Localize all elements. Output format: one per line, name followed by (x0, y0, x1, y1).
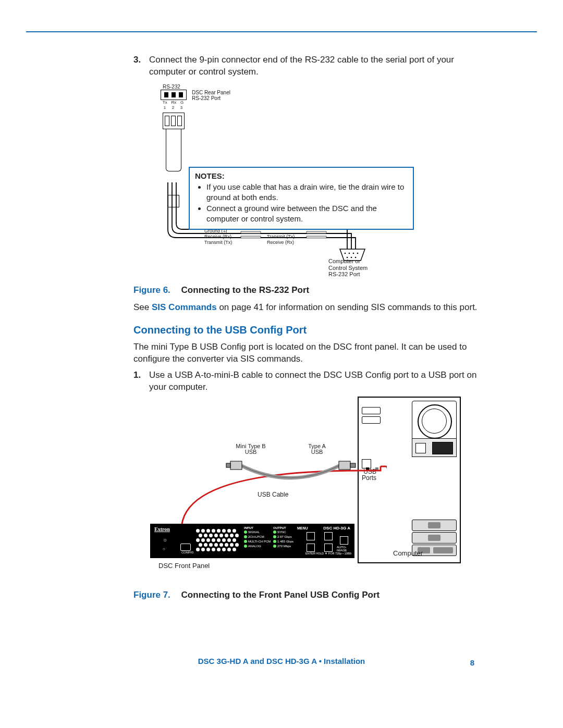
notes-title: NOTES: (195, 171, 408, 181)
notes-item-1: If you use cable that has a drain wire, … (206, 182, 408, 202)
dsc-config-port (180, 544, 191, 551)
auto-image-button (340, 536, 348, 545)
figure-6-title: Connecting to the RS-232 Port (181, 285, 310, 295)
figure-7: USBPorts Mini Type BUSB Type AUSB (147, 397, 478, 584)
page: 3. Connect the 9-pin connector end of th… (0, 0, 563, 728)
footer-text: DSC 3G-HD A and DSC HD-3G A • Installati… (198, 657, 365, 665)
dsc-config-label: CONFIG (181, 550, 193, 554)
step-3-text: Connect the 9-pin connector end of the R… (149, 54, 478, 78)
brand-label: Extron (154, 526, 170, 533)
notes-item-2: Connect a ground wire between the DSC an… (206, 203, 408, 224)
rs232-rear-label: DSC Rear PanelRS-232 Port (192, 90, 230, 101)
svg-rect-15 (350, 463, 356, 467)
mini-usb-label: Mini Type BUSB (232, 443, 269, 455)
model-label: DSC HD-3G A (323, 526, 350, 532)
svg-rect-9 (241, 236, 261, 238)
auto-image-label: AUTO-IMAGE (337, 546, 347, 552)
step-3-number: 3. (133, 54, 145, 78)
figure-7-title: Connecting to the Front Panel USB Config… (181, 590, 380, 600)
rs232-pin-numbers: 123 (161, 105, 186, 111)
dsc-front-panel-illustration: Extron DSC HD-3G A ☼ ○ CONFIG [] INPUT S… (150, 524, 354, 558)
figure-7-number: Figure 7. (133, 590, 170, 600)
nav-up-button (324, 532, 333, 540)
svg-point-1 (349, 253, 350, 254)
svg-rect-13 (226, 463, 230, 467)
type-a-usb-label: Type AUSB (301, 443, 333, 455)
step-1-text: Use a USB A-to-mini-B cable to connect t… (149, 369, 478, 393)
sis-paragraph: See SIS Commands on page 41 for informat… (133, 302, 478, 314)
header-rule (26, 31, 537, 32)
computer-rs232-label: Computer or Control System RS-232 Port (328, 258, 368, 278)
nav-down-button (324, 544, 333, 552)
usb-intro: The mini Type B USB Config port is locat… (133, 341, 478, 365)
dsc-front-label: DSC Front Panel (158, 561, 210, 571)
svg-rect-11 (307, 236, 326, 238)
dsc-vent-dots: [] (196, 529, 241, 554)
hold-label: HOLD ▼ FOR 720p↔1080i (316, 552, 351, 556)
content-area: 3. Connect the 9-pin connector end of th… (133, 54, 478, 606)
step-1-number: 1. (133, 369, 145, 393)
usb-cable-svg (220, 454, 361, 501)
figure-6-number: Figure 6. (133, 285, 170, 295)
step-3: 3. Connect the 9-pin connector end of th… (133, 54, 478, 78)
figure-6: RS-232 TxRxG 123 DSC Rear PanelRS-232 Po… (147, 83, 478, 281)
usb-ports-label: USBPorts (348, 468, 376, 482)
svg-rect-8 (241, 231, 261, 233)
wire-labels-right: Transmit (Tx) Receive (Rx) (267, 228, 295, 246)
notes-box: NOTES: If you use cable that has a drain… (189, 167, 414, 230)
menu-button (307, 532, 315, 540)
svg-point-0 (345, 253, 346, 254)
page-footer: DSC 3G-HD A and DSC HD-3G A • Installati… (0, 657, 563, 665)
usb-cable-label: USB Cable (258, 490, 288, 499)
computer-psu (412, 438, 457, 457)
rs232-connector (161, 90, 187, 100)
wire-labels-left: Ground (⏚) Receive (Rx) Transmit (Tx) (204, 228, 232, 246)
computer-fan-icon (412, 401, 457, 440)
svg-rect-10 (307, 231, 326, 233)
computer-label: Computer (393, 549, 423, 558)
page-number: 8 (470, 658, 474, 667)
section-heading-usb: Connecting to the USB Config Port (133, 323, 478, 337)
sis-commands-link[interactable]: SIS Commands (152, 302, 217, 312)
figure-7-caption: Figure 7. Connecting to the Front Panel … (133, 589, 478, 601)
rs232-plug (161, 113, 186, 175)
enter-label: ENTER (305, 552, 315, 556)
svg-point-3 (357, 253, 359, 254)
menu-label: MENU (297, 526, 308, 530)
step-1: 1. Use a USB A-to-mini-B cable to connec… (133, 369, 478, 393)
figure-6-caption: Figure 6. Connecting to the RS-232 Port (133, 285, 478, 297)
enter-button (307, 544, 315, 552)
svg-rect-12 (230, 461, 242, 470)
svg-point-2 (353, 253, 354, 254)
